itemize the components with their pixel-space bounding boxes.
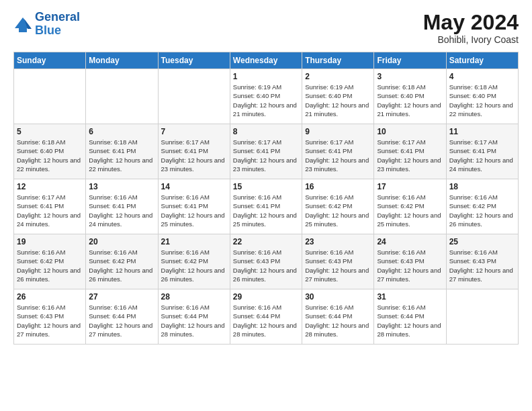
calendar-cell: 12Sunrise: 6:17 AMSunset: 6:41 PMDayligh…: [14, 179, 86, 234]
day-info: Sunrise: 6:16 AMSunset: 6:44 PMDaylight:…: [305, 303, 371, 338]
logo-text: General Blue: [35, 11, 80, 38]
calendar-cell: 4Sunrise: 6:18 AMSunset: 6:40 PMDaylight…: [446, 69, 518, 124]
day-number: 13: [89, 182, 154, 191]
title-block: May 2024 Bohibli, Ivory Coast: [423, 11, 519, 45]
calendar-table: SundayMondayTuesdayWednesdayThursdayFrid…: [13, 52, 519, 345]
day-info: Sunrise: 6:16 AMSunset: 6:41 PMDaylight:…: [89, 193, 154, 228]
day-info: Sunrise: 6:16 AMSunset: 6:43 PMDaylight:…: [449, 248, 515, 283]
day-number: 3: [377, 72, 443, 81]
calendar-cell: [158, 69, 230, 124]
day-info: Sunrise: 6:16 AMSunset: 6:44 PMDaylight:…: [233, 303, 299, 338]
day-number: 20: [89, 237, 154, 246]
calendar-cell: 17Sunrise: 6:16 AMSunset: 6:42 PMDayligh…: [374, 179, 446, 234]
day-info: Sunrise: 6:17 AMSunset: 6:41 PMDaylight:…: [233, 138, 299, 173]
day-info: Sunrise: 6:17 AMSunset: 6:41 PMDaylight:…: [449, 138, 515, 173]
day-info: Sunrise: 6:16 AMSunset: 6:42 PMDaylight:…: [89, 248, 154, 283]
day-info: Sunrise: 6:16 AMSunset: 6:43 PMDaylight:…: [17, 303, 83, 338]
calendar-cell: 30Sunrise: 6:16 AMSunset: 6:44 PMDayligh…: [302, 289, 374, 345]
day-info: Sunrise: 6:18 AMSunset: 6:41 PMDaylight:…: [89, 138, 154, 173]
calendar-cell: 13Sunrise: 6:16 AMSunset: 6:41 PMDayligh…: [86, 179, 158, 234]
day-info: Sunrise: 6:16 AMSunset: 6:41 PMDaylight:…: [161, 193, 227, 228]
day-number: 18: [449, 182, 515, 191]
week-row-4: 19Sunrise: 6:16 AMSunset: 6:42 PMDayligh…: [14, 234, 519, 289]
calendar-cell: 15Sunrise: 6:16 AMSunset: 6:41 PMDayligh…: [230, 179, 302, 234]
calendar-cell: [446, 289, 518, 345]
calendar-cell: 7Sunrise: 6:17 AMSunset: 6:41 PMDaylight…: [158, 124, 230, 179]
page: General Blue May 2024 Bohibli, Ivory Coa…: [0, 0, 532, 411]
day-number: 4: [449, 72, 515, 81]
weekday-tuesday: Tuesday: [158, 52, 230, 69]
weekday-sunday: Sunday: [14, 52, 86, 69]
day-number: 15: [233, 182, 299, 191]
logo-line2: Blue: [35, 24, 61, 37]
day-number: 26: [17, 292, 83, 302]
day-info: Sunrise: 6:16 AMSunset: 6:42 PMDaylight:…: [161, 248, 227, 283]
day-number: 19: [17, 237, 83, 246]
day-number: 23: [305, 237, 371, 246]
day-info: Sunrise: 6:18 AMSunset: 6:40 PMDaylight:…: [449, 83, 515, 118]
calendar-cell: [86, 69, 158, 124]
day-number: 25: [449, 237, 515, 246]
month-title: May 2024: [423, 11, 519, 34]
week-row-3: 12Sunrise: 6:17 AMSunset: 6:41 PMDayligh…: [14, 179, 519, 234]
day-info: Sunrise: 6:19 AMSunset: 6:40 PMDaylight:…: [233, 83, 299, 118]
day-number: 10: [377, 127, 443, 136]
calendar-cell: 9Sunrise: 6:17 AMSunset: 6:41 PMDaylight…: [302, 124, 374, 179]
weekday-friday: Friday: [374, 52, 446, 69]
weekday-saturday: Saturday: [446, 52, 518, 69]
day-number: 28: [161, 292, 227, 302]
day-number: 22: [233, 237, 299, 246]
calendar-cell: 10Sunrise: 6:17 AMSunset: 6:41 PMDayligh…: [374, 124, 446, 179]
day-info: Sunrise: 6:16 AMSunset: 6:44 PMDaylight:…: [161, 303, 227, 338]
day-number: 8: [233, 127, 299, 136]
calendar-cell: 18Sunrise: 6:16 AMSunset: 6:42 PMDayligh…: [446, 179, 518, 234]
day-info: Sunrise: 6:16 AMSunset: 6:43 PMDaylight:…: [377, 248, 443, 283]
week-row-2: 5Sunrise: 6:18 AMSunset: 6:40 PMDaylight…: [14, 124, 519, 179]
weekday-monday: Monday: [86, 52, 158, 69]
weekday-thursday: Thursday: [302, 52, 374, 69]
header: General Blue May 2024 Bohibli, Ivory Coa…: [13, 11, 519, 45]
day-number: 29: [233, 292, 299, 302]
day-info: Sunrise: 6:16 AMSunset: 6:41 PMDaylight:…: [233, 193, 299, 228]
day-info: Sunrise: 6:19 AMSunset: 6:40 PMDaylight:…: [305, 83, 371, 118]
day-info: Sunrise: 6:16 AMSunset: 6:42 PMDaylight:…: [305, 193, 371, 228]
day-info: Sunrise: 6:16 AMSunset: 6:43 PMDaylight:…: [305, 248, 371, 283]
day-info: Sunrise: 6:17 AMSunset: 6:41 PMDaylight:…: [17, 193, 83, 228]
calendar-cell: 21Sunrise: 6:16 AMSunset: 6:42 PMDayligh…: [158, 234, 230, 289]
day-info: Sunrise: 6:16 AMSunset: 6:43 PMDaylight:…: [233, 248, 299, 283]
day-number: 1: [233, 72, 299, 81]
day-number: 2: [305, 72, 371, 81]
calendar-cell: 20Sunrise: 6:16 AMSunset: 6:42 PMDayligh…: [86, 234, 158, 289]
calendar-cell: 31Sunrise: 6:16 AMSunset: 6:44 PMDayligh…: [374, 289, 446, 345]
day-number: 11: [449, 127, 515, 136]
day-number: 31: [377, 292, 443, 302]
day-number: 7: [161, 127, 227, 136]
calendar-cell: 8Sunrise: 6:17 AMSunset: 6:41 PMDaylight…: [230, 124, 302, 179]
weekday-wednesday: Wednesday: [230, 52, 302, 69]
day-number: 14: [161, 182, 227, 191]
day-number: 6: [89, 127, 154, 136]
calendar-cell: 24Sunrise: 6:16 AMSunset: 6:43 PMDayligh…: [374, 234, 446, 289]
day-info: Sunrise: 6:16 AMSunset: 6:42 PMDaylight:…: [17, 248, 83, 283]
calendar-cell: [14, 69, 86, 124]
day-number: 17: [377, 182, 443, 191]
calendar-cell: 26Sunrise: 6:16 AMSunset: 6:43 PMDayligh…: [14, 289, 86, 345]
logo-line1: General: [35, 10, 80, 24]
week-row-1: 1Sunrise: 6:19 AMSunset: 6:40 PMDaylight…: [14, 69, 519, 124]
calendar-cell: 14Sunrise: 6:16 AMSunset: 6:41 PMDayligh…: [158, 179, 230, 234]
calendar-cell: 22Sunrise: 6:16 AMSunset: 6:43 PMDayligh…: [230, 234, 302, 289]
logo-icon: [13, 15, 32, 34]
calendar-cell: 5Sunrise: 6:18 AMSunset: 6:40 PMDaylight…: [14, 124, 86, 179]
day-info: Sunrise: 6:17 AMSunset: 6:41 PMDaylight:…: [161, 138, 227, 173]
calendar-cell: 23Sunrise: 6:16 AMSunset: 6:43 PMDayligh…: [302, 234, 374, 289]
day-info: Sunrise: 6:16 AMSunset: 6:42 PMDaylight:…: [377, 193, 443, 228]
calendar-cell: 29Sunrise: 6:16 AMSunset: 6:44 PMDayligh…: [230, 289, 302, 345]
day-info: Sunrise: 6:18 AMSunset: 6:40 PMDaylight:…: [17, 138, 83, 173]
day-info: Sunrise: 6:16 AMSunset: 6:44 PMDaylight:…: [377, 303, 443, 338]
day-info: Sunrise: 6:17 AMSunset: 6:41 PMDaylight:…: [305, 138, 371, 173]
day-number: 9: [305, 127, 371, 136]
day-info: Sunrise: 6:18 AMSunset: 6:40 PMDaylight:…: [377, 83, 443, 118]
calendar-cell: 16Sunrise: 6:16 AMSunset: 6:42 PMDayligh…: [302, 179, 374, 234]
day-info: Sunrise: 6:16 AMSunset: 6:42 PMDaylight:…: [449, 193, 515, 228]
day-info: Sunrise: 6:16 AMSunset: 6:44 PMDaylight:…: [89, 303, 154, 338]
